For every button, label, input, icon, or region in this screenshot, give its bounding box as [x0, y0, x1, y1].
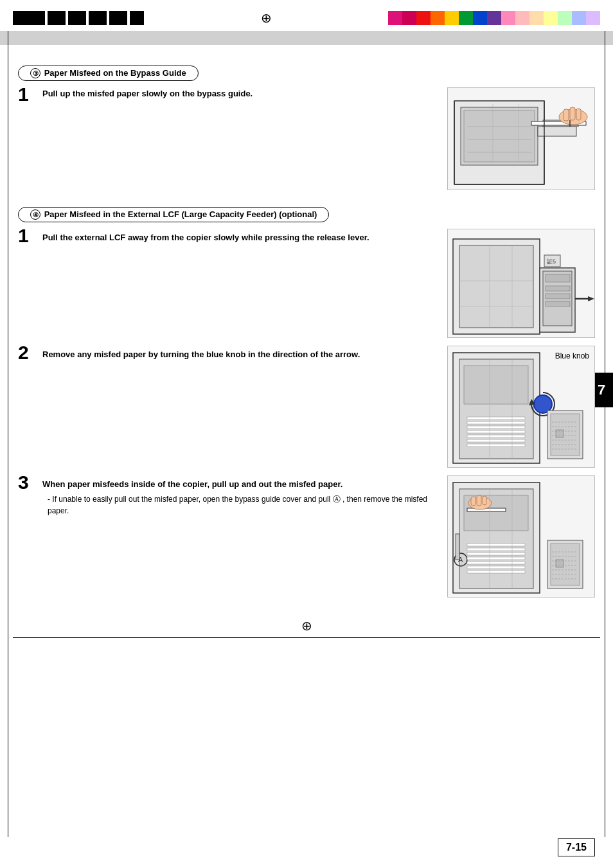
- lcf3-illustration: A: [447, 475, 595, 598]
- svg-rect-27: [546, 274, 570, 282]
- bypass-illustration: [447, 87, 595, 190]
- section4-header: ④ Paper Misfeed in the External LCF (Lar…: [18, 202, 595, 229]
- svg-rect-46: [467, 444, 525, 447]
- svg-rect-42: [467, 426, 525, 429]
- svg-rect-20: [459, 245, 533, 328]
- svg-rect-30: [546, 301, 570, 306]
- svg-marker-32: [588, 296, 594, 301]
- gray-band: [0, 31, 613, 45]
- svg-rect-7: [564, 109, 569, 121]
- svg-rect-75: [467, 571, 525, 573]
- section4-header-text: ④ Paper Misfeed in the External LCF (Lar…: [18, 207, 329, 222]
- step-s4-2-text: Remove any misfed paper by turning the b…: [42, 346, 441, 361]
- lcf2-svg: [448, 346, 594, 467]
- svg-rect-88: [456, 534, 459, 560]
- color-bars: [388, 11, 600, 25]
- svg-rect-74: [467, 566, 525, 569]
- svg-rect-9: [576, 109, 581, 120]
- svg-rect-2: [464, 111, 535, 162]
- svg-rect-72: [467, 557, 525, 560]
- page-number: 7-15: [558, 838, 595, 856]
- svg-rect-44: [467, 435, 525, 438]
- blue-knob-label: Blue knob: [555, 351, 589, 360]
- section4-step2: 2 Remove any misfed paper by turning the…: [18, 346, 595, 468]
- step-number-1: 1: [18, 85, 36, 104]
- bottom-line: [13, 637, 600, 638]
- svg-rect-69: [467, 544, 525, 546]
- svg-rect-71: [467, 553, 525, 555]
- step-s4-3-text: When paper misfeeds inside of the copier…: [42, 475, 441, 517]
- section3-step1: 1 Pull up the misfed paper slowly on the…: [18, 87, 595, 190]
- svg-text:証5: 証5: [547, 258, 556, 265]
- section3: ③ Paper Misfeed on the Bypass Guide 1 Pu…: [18, 60, 595, 190]
- step-number-s4-3: 3: [18, 473, 36, 492]
- section4-circle: ④: [30, 209, 40, 220]
- section4-step3: 3 When paper misfeeds inside of the copi…: [18, 475, 595, 598]
- crosshair-bottom: ⊕: [301, 618, 312, 633]
- section3-circle: ③: [30, 68, 40, 78]
- step-s4-1-text: Pull the external LCF away from the copi…: [42, 229, 441, 244]
- svg-rect-3: [538, 127, 576, 136]
- svg-rect-70: [467, 548, 525, 551]
- svg-rect-8: [570, 107, 575, 120]
- svg-rect-40: [467, 417, 525, 420]
- lcf1-svg: 証5: [448, 229, 594, 337]
- top-bar: ⊕: [0, 0, 613, 31]
- svg-rect-41: [467, 421, 525, 424]
- black-bars: [13, 11, 144, 25]
- crosshair-top: ⊕: [261, 10, 272, 26]
- lcf1-illustration: 証5: [447, 229, 595, 338]
- left-border: [8, 31, 8, 837]
- section4-step1: 1 Pull the external LCF away from the co…: [18, 229, 595, 338]
- section4: ④ Paper Misfeed in the External LCF (Lar…: [18, 202, 595, 598]
- step-s4-3-note: - If unable to easily pull out the misfe…: [48, 493, 441, 517]
- svg-rect-64: [471, 497, 475, 506]
- svg-rect-65: [477, 495, 481, 506]
- main-content: ③ Paper Misfeed on the Bypass Guide 1 Pu…: [0, 45, 613, 612]
- bottom-bar: ⊕: [0, 612, 613, 637]
- svg-rect-73: [467, 562, 525, 564]
- step-number-s4-2: 2: [18, 343, 36, 362]
- svg-rect-37: [464, 366, 528, 404]
- step-number-s4-1: 1: [18, 226, 36, 245]
- svg-rect-43: [467, 430, 525, 433]
- svg-rect-29: [546, 294, 570, 299]
- bypass-svg: [448, 88, 594, 190]
- section3-header-text: ③ Paper Misfeed on the Bypass Guide: [18, 66, 199, 81]
- lcf3-svg: A: [448, 476, 594, 597]
- section3-header: ③ Paper Misfeed on the Bypass Guide: [18, 60, 595, 87]
- step1-text: Pull up the misfed paper slowly on the b…: [42, 87, 441, 100]
- svg-rect-45: [467, 439, 525, 442]
- right-border: [605, 31, 605, 837]
- lcf2-illustration: Blue knob: [447, 346, 595, 468]
- svg-rect-28: [546, 286, 570, 291]
- svg-rect-66: [483, 496, 486, 505]
